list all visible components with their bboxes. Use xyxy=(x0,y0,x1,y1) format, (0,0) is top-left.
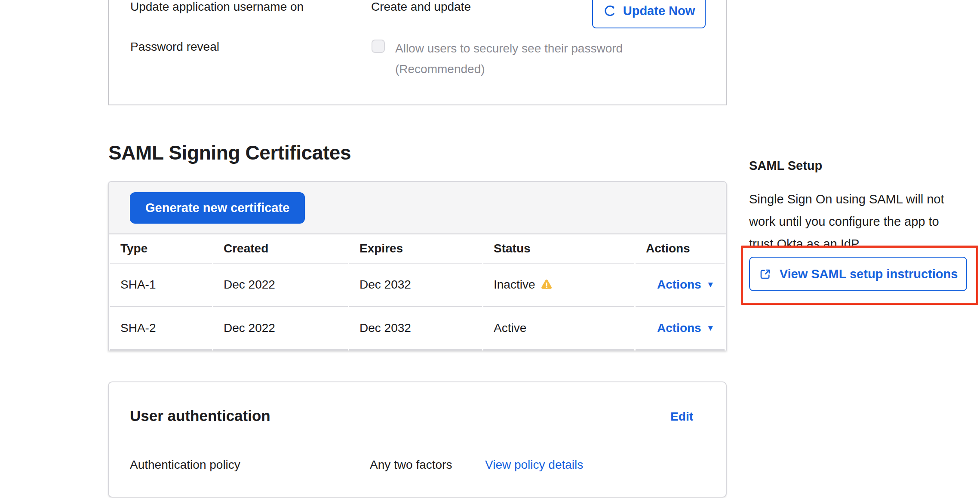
saml-settings-page: Update application username on Create an… xyxy=(0,0,980,498)
update-now-label: Update Now xyxy=(623,4,695,18)
refresh-icon xyxy=(603,4,617,18)
user-authentication-title: User authentication xyxy=(130,407,270,424)
password-reveal-checkbox[interactable] xyxy=(372,40,385,53)
view-saml-setup-instructions-label: View SAML setup instructions xyxy=(780,267,958,281)
column-header-actions: Actions xyxy=(636,234,725,264)
authentication-policy-label: Authentication policy xyxy=(130,458,240,472)
cert-type-cell: SHA-2 xyxy=(110,307,212,350)
update-username-label: Update application username on xyxy=(130,0,304,14)
view-saml-setup-instructions-button[interactable]: View SAML setup instructions xyxy=(749,257,967,291)
column-header-status: Status xyxy=(483,234,634,264)
certificate-row: SHA-1Dec 2022Dec 2032InactiveActions▼ xyxy=(110,264,725,307)
cert-created-cell: Dec 2022 xyxy=(213,307,348,350)
caret-down-icon: ▼ xyxy=(707,323,715,333)
page-title: SAML Signing Certificates xyxy=(108,141,351,164)
password-reveal-description: Allow users to securely see their passwo… xyxy=(395,38,623,80)
saml-certificates-panel: Generate new certificate Type Created Ex… xyxy=(108,181,727,350)
cert-table-body: SHA-1Dec 2022Dec 2032InactiveActions▼SHA… xyxy=(110,264,725,350)
certificate-status-text: Active xyxy=(494,321,526,335)
saml-setup-description: Single Sign On using SAML will notwork u… xyxy=(749,188,944,255)
column-header-expires: Expires xyxy=(349,234,482,264)
update-now-button[interactable]: Update Now xyxy=(592,0,706,28)
certificates-table-header: Type Created Expires Status Actions xyxy=(110,234,725,264)
certificate-row: SHA-2Dec 2022Dec 2032ActiveActions▼ xyxy=(110,307,725,350)
column-header-type: Type xyxy=(110,234,212,264)
column-header-created: Created xyxy=(213,234,348,264)
cert-actions-cell: Actions▼ xyxy=(636,264,725,307)
cert-expires-cell: Dec 2032 xyxy=(349,307,482,350)
cert-type-cell: SHA-1 xyxy=(110,264,212,307)
password-reveal-label: Password reveal xyxy=(130,40,219,54)
cert-created-cell: Dec 2022 xyxy=(213,264,348,307)
certificate-actions-dropdown[interactable]: Actions▼ xyxy=(657,321,715,335)
certificates-table: Type Created Expires Status Actions SHA-… xyxy=(109,234,726,350)
certificate-status-text: Inactive xyxy=(494,278,535,292)
user-authentication-panel: User authentication Edit Authentication … xyxy=(108,381,727,498)
cert-status-cell: Active xyxy=(483,307,634,350)
cert-actions-cell: Actions▼ xyxy=(636,307,725,350)
saml-setup-title: SAML Setup xyxy=(749,159,822,173)
cert-expires-cell: Dec 2032 xyxy=(349,264,482,307)
caret-down-icon: ▼ xyxy=(707,280,715,289)
external-link-icon xyxy=(759,267,772,281)
edit-authentication-link[interactable]: Edit xyxy=(670,410,693,424)
cert-status-cell: Inactive xyxy=(483,264,634,307)
sign-on-settings-panel: Update application username on Create an… xyxy=(108,0,727,105)
generate-certificate-button[interactable]: Generate new certificate xyxy=(130,192,305,224)
warning-icon xyxy=(540,278,553,291)
view-policy-details-link[interactable]: View policy details xyxy=(485,458,583,472)
authentication-policy-value: Any two factors xyxy=(370,458,452,472)
certificate-actions-dropdown[interactable]: Actions▼ xyxy=(657,278,715,292)
certificates-toolbar: Generate new certificate xyxy=(109,182,726,234)
update-username-value: Create and update xyxy=(371,0,471,14)
